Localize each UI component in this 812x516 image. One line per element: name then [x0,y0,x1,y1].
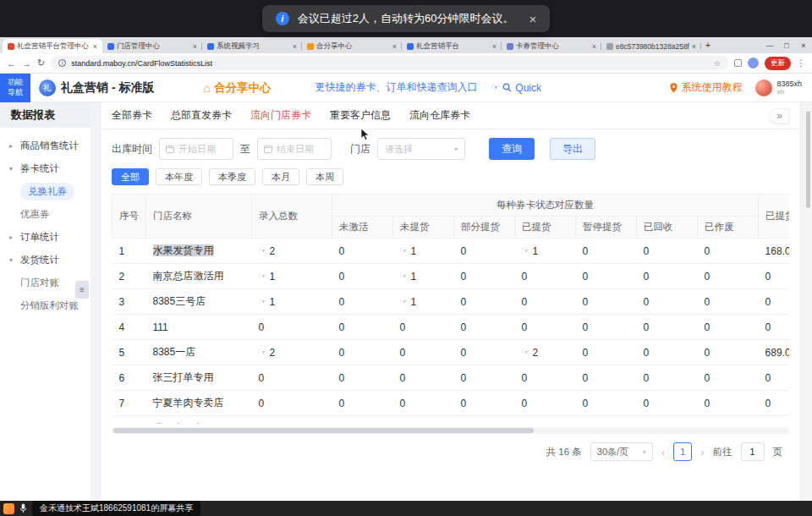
quick-filter-pill[interactable]: 全部 [112,168,149,185]
count-link[interactable]: ☞2 [259,245,276,257]
tutorial-link[interactable]: 系统使用教程 [670,80,742,95]
vertical-scrollbar[interactable] [804,102,812,501]
end-date-input[interactable]: 结束日期 [257,138,332,160]
horizontal-scrollbar[interactable] [112,427,789,434]
table-row[interactable]: 8重需张三专用☞5000☞40001152 [112,416,790,425]
browser-tab[interactable]: 礼盒营销平台管理中心× [3,39,102,53]
count-cell: 0 [393,315,454,340]
new-tab-button[interactable]: + [701,39,715,52]
function-nav-button[interactable]: 功能 导航 [0,74,30,102]
count-link[interactable]: ☞1 [522,245,539,257]
sidebar-item[interactable]: ▾发货统计 [0,249,91,272]
bookmark-star-icon[interactable]: ☆ [714,59,721,68]
nav-button-line1: 功能 [8,78,23,87]
browser-tab[interactable]: 门店管理中心× [102,39,202,53]
share-center-link[interactable]: ⌂ 合分享中心 [203,80,271,96]
minimize-button[interactable]: — [761,41,778,50]
extensions-icon[interactable] [734,59,742,67]
count-link[interactable]: ☞1 [400,245,417,257]
count-value: 0 [461,372,467,384]
count-link[interactable]: ☞4 [522,423,539,424]
amount-cell: 0 [759,264,789,289]
tab-close-icon[interactable]: × [592,42,596,51]
quick-filter-pill[interactable]: 本周 [306,168,343,185]
user-box[interactable]: 8385xh xh [755,80,802,96]
sidebar-item[interactable]: ▸商品销售统计 [0,134,91,157]
count-value: 1 [532,245,538,257]
url-text[interactable]: standard.maboy.cn/CardFlowStatisticsList [71,59,709,68]
table-row[interactable]: 58385一店☞2000☞2000689.0 [112,340,790,365]
tab-close-icon[interactable]: × [692,42,696,51]
quick-search[interactable]: ☞ Quick [491,82,541,94]
quick-filter-pill[interactable]: 本年度 [156,168,202,185]
sidebar-item[interactable]: ▸订单统计 [0,226,91,249]
table-row[interactable]: 2南京总店激活用☞10☞1000000 [112,264,790,289]
reload-icon[interactable]: ↻ [37,58,45,69]
count-link[interactable]: ☞1 [259,296,276,308]
start-date-input[interactable]: 开始日期 [159,138,233,160]
vertical-scrollbar-thumb[interactable] [806,111,810,208]
count-cell: 0 [698,264,759,289]
tab-close-icon[interactable]: × [193,42,197,51]
forward-icon[interactable]: → [22,58,31,69]
browser-profile-avatar[interactable] [748,58,759,69]
close-button[interactable]: × [795,41,812,50]
next-page-icon[interactable]: › [700,446,704,458]
site-info-icon[interactable]: i [58,59,66,67]
count-cell: 0 [332,315,393,340]
content-tab[interactable]: 重要客户信息 [330,108,391,123]
banner-close-icon[interactable]: × [529,12,536,26]
sidebar-subitem[interactable]: 兑换礼券 [0,180,91,203]
count-value: 0 [339,321,345,333]
count-link[interactable]: ☞2 [259,347,276,359]
count-cell: ☞1 [252,264,332,289]
quick-filter-pill[interactable]: 本季度 [209,168,255,185]
browser-tab[interactable]: 礼盒营销平台× [402,39,502,53]
table-row[interactable]: 7宁夏羊肉专卖店000000000 [112,391,790,416]
content-tab[interactable]: 总部直发券卡 [171,108,232,123]
count-value: 0 [259,372,265,384]
count-link[interactable]: ☞5 [259,423,276,424]
table-row[interactable]: 6张三打单专用000000000 [112,365,790,391]
browser-tab[interactable]: 合分享中心× [302,39,402,53]
content-tab[interactable]: 流向仓库券卡 [409,108,470,123]
browser-menu-icon[interactable]: ⋮ [797,58,805,68]
microphone-icon[interactable] [19,503,27,513]
content-tab[interactable]: 流向门店券卡 [250,108,311,123]
back-icon[interactable]: ← [7,58,16,69]
table-row[interactable]: 38385三号店☞10☞1000000 [112,289,790,315]
browser-tab[interactable]: 系统视频学习× [202,39,302,53]
sidebar-item[interactable]: ▾券卡统计 [0,157,91,180]
store-select[interactable]: 请选择 ▾ [377,138,465,160]
table-row[interactable]: 1水果发货专用☞20☞10☞1000168.0 [112,239,790,264]
sidebar-collapse-handle[interactable]: ≡ [75,281,89,299]
quick-filter-pill[interactable]: 本月 [262,168,299,185]
count-link[interactable]: ☞2 [522,347,539,359]
tab-close-icon[interactable]: × [392,42,397,51]
maximize-button[interactable]: □ [778,41,795,50]
tab-close-icon[interactable]: × [293,42,297,51]
export-button[interactable]: 导出 [550,138,595,160]
address-bar[interactable]: i standard.maboy.cn/CardFlowStatisticsLi… [51,56,728,70]
count-link[interactable]: ☞1 [400,296,417,308]
horizontal-scrollbar-thumb[interactable] [113,428,534,433]
count-cell: 0 [332,264,393,289]
content-tab[interactable]: 全部券卡 [112,108,152,123]
search-button[interactable]: 查询 [489,138,535,160]
tab-close-icon[interactable]: × [492,42,497,51]
browser-tab[interactable]: 卡券管理中心× [502,39,601,53]
calendar-icon [264,145,272,153]
count-cell: 0 [332,416,393,425]
goto-page-input[interactable]: 1 [741,442,765,461]
browser-tab[interactable]: e8c573980b1328a258fd2e6l× [601,39,701,53]
page-size-select[interactable]: 30条/页 ▾ [590,442,653,461]
sidebar-subitem[interactable]: 优惠券 [0,203,91,226]
panel-collapse-icon[interactable]: » [770,108,789,124]
tab-close-icon[interactable]: × [93,42,97,51]
browser-update-button[interactable]: 更新 [765,57,791,70]
count-link[interactable]: ☞1 [400,271,417,283]
page-number-button[interactable]: 1 [673,442,692,461]
count-link[interactable]: ☞1 [259,271,276,283]
table-row[interactable]: 4111000000000 [112,315,790,340]
prev-page-icon[interactable]: ‹ [661,446,665,458]
